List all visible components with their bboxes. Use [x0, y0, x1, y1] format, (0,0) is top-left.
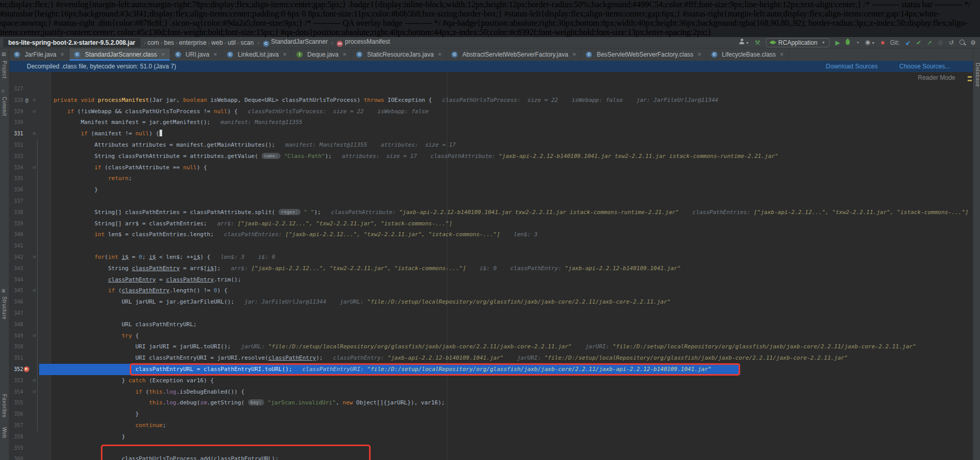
editor-line-328[interactable]: 328@⊟private void processManifest(Jar ja… — [9, 95, 973, 106]
code-line-text[interactable]: String classPathAttribute = attributes.g… — [9, 151, 973, 162]
close-tab-icon[interactable]: ✕ — [343, 52, 347, 57]
close-tab-icon[interactable]: ✕ — [438, 52, 442, 57]
code-line-text[interactable]: this.log.debug(sm.getString( key: "jarSc… — [9, 397, 973, 409]
breadcrumb-item[interactable]: bes — [164, 39, 174, 46]
tab-LinkedList.java[interactable]: CLinkedList.java✕ — [222, 48, 292, 61]
execution-point-icon[interactable] — [24, 366, 29, 372]
choose-sources-link[interactable]: Choose Sources... — [899, 63, 950, 70]
code-line-text[interactable]: private void processManifest(Jar jar, bo… — [9, 95, 973, 106]
tool-stripe-database[interactable]: Database — [975, 63, 980, 87]
tab-AbstractServletWebServerFactory.java[interactable]: CAbstractServletWebServerFactory.java✕ — [447, 48, 581, 61]
breadcrumb-item[interactable]: enterprise — [179, 39, 206, 46]
close-tab-icon[interactable]: ✕ — [697, 52, 702, 57]
editor-line-334[interactable]: 334⊟ if (classPathAttribute == null) { — [9, 162, 973, 173]
editor-line-354[interactable]: 354⊟ if (this.log.isDebugEnabled()) { — [9, 386, 973, 398]
tab-StandardJarScanner.class[interactable]: CStandardJarScanner.class✕ — [69, 48, 170, 61]
breadcrumb-item[interactable]: com — [147, 39, 159, 46]
git-update-button[interactable]: ↙ — [905, 39, 911, 46]
editor-line-339[interactable]: 339 String[] arr$ = classPathEntries; ar… — [9, 218, 973, 229]
code-line-text[interactable]: URL classPathEntryURL; — [9, 319, 973, 330]
line-number[interactable]: 327 — [9, 83, 23, 95]
editor-line-344[interactable]: 344 classPathEntry = classPathEntry.trim… — [9, 274, 973, 286]
scrollbar-warning-mark[interactable] — [968, 76, 972, 78]
line-number[interactable]: 353 — [9, 375, 23, 386]
editor-line-351[interactable]: 351 URI classPathEntryURI = jarURI.resol… — [9, 352, 973, 364]
code-line-text[interactable]: if (!isWebapp && classPathUrlsToProcess … — [9, 106, 973, 117]
breadcrumb-project-jar[interactable]: bes-lite-spring-boot-2.x-starter-9.5.2.0… — [3, 38, 141, 47]
code-line-text[interactable]: if (classPathEntry.length() != 0) { — [9, 285, 973, 296]
editor-line-352[interactable]: 352 classPathEntryURL = classPathEntryUR… — [9, 364, 973, 375]
fold-icon[interactable]: ⊟ — [33, 375, 36, 386]
code-line-text[interactable]: for(int i$ = 0; i$ < len$; ++i$) { len$:… — [9, 252, 973, 263]
scrollbar-warning-mark[interactable] — [968, 80, 972, 81]
code-line-text[interactable]: return; — [9, 173, 973, 184]
debug-button[interactable] — [846, 39, 850, 46]
editor-line-327[interactable]: 327 — [9, 83, 973, 95]
tab-BesServletWebServerFactory.class[interactable]: CBesServletWebServerFactory.class✕ — [581, 48, 706, 61]
editor-line-345[interactable]: 345⊟ if (classPathEntry.length() != 0) { — [9, 285, 973, 296]
editor-line-335[interactable]: 335 return; — [9, 173, 973, 184]
line-number[interactable]: 339 — [9, 218, 23, 229]
profiler-button[interactable]: ◔ — [855, 39, 859, 46]
code-line-text[interactable]: try { — [9, 330, 973, 342]
code-line-text[interactable]: if (manifest != null) { — [9, 128, 973, 139]
line-number[interactable]: 354 — [9, 386, 23, 398]
close-tab-icon[interactable]: ✕ — [572, 52, 576, 57]
editor-line-343[interactable]: 343 String classPathEntry = arr$[i$]; ar… — [9, 263, 973, 274]
line-number[interactable]: 336 — [9, 184, 23, 196]
fold-icon[interactable]: ⊟ — [33, 128, 36, 139]
editor-line-341[interactable]: 341 — [9, 240, 973, 252]
close-tab-icon[interactable]: ✕ — [60, 52, 64, 57]
line-number[interactable]: 349 — [9, 330, 23, 342]
line-number[interactable]: 359 — [9, 443, 23, 454]
run-configuration-select[interactable]: RCApplication ▼ — [766, 38, 830, 47]
line-number[interactable]: 337 — [9, 196, 23, 207]
editor-line-357[interactable]: 357 continue; — [9, 420, 973, 431]
line-number[interactable]: 345 — [9, 285, 23, 296]
download-sources-link[interactable]: Download Sources — [826, 63, 878, 70]
code-editor[interactable]: Reader Mode 327328@⊟private void process… — [9, 72, 973, 460]
line-number[interactable]: 348 — [9, 319, 23, 330]
close-tab-icon[interactable]: ✕ — [283, 52, 287, 57]
fold-icon[interactable]: ⊟ — [33, 252, 36, 263]
fold-icon[interactable]: ⊟ — [33, 162, 36, 173]
close-tab-icon[interactable]: ✕ — [161, 52, 165, 57]
line-number[interactable]: 334 — [9, 162, 23, 173]
code-line-text[interactable]: } — [9, 409, 973, 420]
editor-line-355[interactable]: 355 this.log.debug(sm.getString( key: "j… — [9, 397, 973, 409]
settings-button[interactable]: ⚙ — [970, 39, 976, 46]
reader-mode-label[interactable]: Reader Mode — [918, 74, 955, 81]
stop-button[interactable]: ■ — [881, 39, 884, 46]
code-line-text[interactable]: URI jarURI = jarURL.toURI(); jarURL: "fi… — [9, 341, 973, 352]
line-number[interactable]: 335 — [9, 173, 23, 184]
line-number[interactable]: 360 — [9, 453, 23, 460]
editor-line-342[interactable]: 342⊟ for(int i$ = 0; i$ < len$; ++i$) { … — [9, 252, 973, 263]
close-tab-icon[interactable]: ✕ — [780, 52, 784, 57]
tab-JarFile.java[interactable]: CJarFile.java✕ — [9, 48, 69, 61]
line-number[interactable]: 338 — [9, 207, 23, 218]
editor-line-359[interactable]: 359 — [9, 443, 973, 454]
fold-icon[interactable]: ⊟ — [33, 330, 36, 342]
line-number[interactable]: 330 — [9, 117, 23, 128]
code-line-text[interactable]: URI classPathEntryURI = jarURI.resolve(c… — [9, 352, 973, 364]
breadcrumb-item[interactable]: web — [212, 39, 223, 46]
line-number[interactable]: 329 — [9, 106, 23, 117]
code-line-text[interactable]: String[] classPathEntries = classPathAtt… — [9, 207, 973, 218]
line-number[interactable]: 344 — [9, 274, 23, 286]
line-number[interactable]: 347 — [9, 308, 23, 319]
editor-line-340[interactable]: 340 int len$ = classPathEntries.length; … — [9, 229, 973, 240]
coverage-button[interactable]: ◉▼ — [865, 39, 875, 47]
code-line-text[interactable]: classPathEntry = classPathEntry.trim(); — [9, 274, 973, 286]
search-everywhere-button[interactable] — [959, 39, 965, 46]
editor-line-331[interactable]: 331⊟ if (manifest != null) { — [9, 128, 973, 139]
editor-line-330[interactable]: 330 Manifest manifest = jar.getManifest(… — [9, 117, 973, 128]
line-number[interactable]: 358 — [9, 431, 23, 443]
line-number[interactable]: 341 — [9, 240, 23, 252]
editor-line-332[interactable]: 332 Attributes attributes = manifest.get… — [9, 139, 973, 151]
code-line-text[interactable]: String[] arr$ = classPathEntries; arr$: … — [9, 218, 973, 229]
editor-line-329[interactable]: 329⊟ if (!isWebapp && classPathUrlsToPro… — [9, 106, 973, 117]
run-button[interactable]: ▶ — [835, 39, 840, 46]
git-push-button[interactable]: ↗ — [927, 39, 932, 46]
code-line-text[interactable]: } — [9, 184, 973, 196]
editor-line-356[interactable]: 356 } — [9, 409, 973, 420]
